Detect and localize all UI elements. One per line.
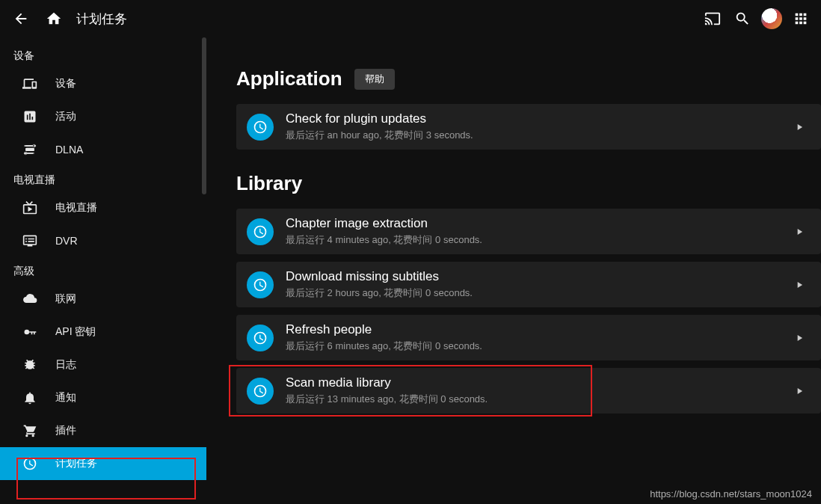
task-subtitle: 最后运行 4 minutes ago, 花费时间 0 seconds. [286, 233, 788, 247]
sidebar-item-label: 活动 [55, 110, 76, 123]
back-button[interactable] [6, 4, 36, 34]
sidebar-item-label: DLNA [55, 144, 83, 156]
apps-button[interactable] [790, 7, 812, 30]
sidebar-item-key[interactable]: API 密钥 [0, 316, 206, 348]
arrow-back-icon [13, 10, 29, 27]
sidebar-item-label: API 密钥 [55, 325, 96, 339]
section-heading: Application [236, 67, 342, 90]
task-item[interactable]: Scan media library最后运行 13 minutes ago, 花… [236, 368, 821, 414]
task-item[interactable]: Check for plugin updates最后运行 an hour ago… [236, 104, 821, 150]
sidebar-section-title: 电视直播 [0, 166, 206, 191]
search-button[interactable] [731, 7, 754, 30]
task-subtitle: 最后运行 an hour ago, 花费时间 3 seconds. [286, 129, 788, 142]
search-icon [734, 10, 751, 27]
run-task-button[interactable] [788, 386, 811, 396]
sidebar-item-label: 电视直播 [55, 201, 97, 215]
content: Application帮助Check for plugin updates最后运… [206, 37, 821, 504]
schedule-icon [247, 218, 274, 245]
sidebar-item-cloud[interactable]: 联网 [0, 283, 206, 316]
section-heading: Library [236, 172, 302, 195]
task-title: Download missing subtitles [286, 269, 788, 284]
schedule-icon [21, 455, 39, 473]
task-title: Refresh people [286, 322, 788, 337]
devices-icon [21, 75, 39, 93]
play-icon [794, 122, 805, 132]
task-item[interactable]: Refresh people最后运行 6 minutes ago, 花费时间 0… [236, 315, 821, 360]
sidebar-item-label: 日志 [55, 358, 76, 372]
bug-icon [21, 356, 39, 374]
task-item[interactable]: Chapter image extraction最后运行 4 minutes a… [236, 209, 821, 254]
task-subtitle: 最后运行 2 hours ago, 花费时间 0 seconds. [286, 286, 788, 300]
page-title: 计划任务 [76, 10, 127, 28]
task-item[interactable]: Download missing subtitles最后运行 2 hours a… [236, 262, 821, 307]
run-task-button[interactable] [788, 280, 811, 290]
cast-icon [704, 10, 721, 27]
sidebar-item-label: DVR [55, 235, 78, 247]
sidebar-item-cart[interactable]: 插件 [0, 414, 206, 447]
sidebar-item-schedule[interactable]: 计划任务 [0, 447, 206, 480]
activity-icon [21, 108, 39, 126]
apps-icon [793, 10, 809, 27]
help-button[interactable]: 帮助 [354, 69, 395, 90]
home-button[interactable] [39, 4, 69, 34]
home-icon [46, 10, 62, 27]
sidebar: 设备设备活动DLNA电视直播电视直播DVR高级联网API 密钥日志通知插件计划任… [0, 37, 206, 504]
cast-button[interactable] [701, 7, 724, 30]
sidebar-item-label: 通知 [55, 391, 76, 405]
sidebar-item-activity[interactable]: 活动 [0, 100, 206, 133]
sidebar-item-label: 设备 [55, 77, 76, 90]
sidebar-item-bug[interactable]: 日志 [0, 348, 206, 381]
schedule-icon [247, 114, 274, 141]
key-icon [21, 323, 39, 341]
schedule-icon [247, 378, 274, 405]
run-task-button[interactable] [788, 333, 811, 343]
sidebar-item-dlna[interactable]: DLNA [0, 133, 206, 166]
schedule-icon [247, 271, 274, 298]
livetv-icon [21, 199, 39, 217]
task-title: Scan media library [286, 375, 788, 390]
sidebar-item-label: 计划任务 [55, 457, 97, 470]
dlna-icon [21, 141, 39, 159]
sidebar-item-livetv[interactable]: 电视直播 [0, 191, 206, 224]
play-icon [794, 227, 805, 237]
user-avatar[interactable] [761, 8, 782, 29]
task-subtitle: 最后运行 13 minutes ago, 花费时间 0 seconds. [286, 393, 788, 406]
play-icon [794, 280, 805, 290]
run-task-button[interactable] [788, 122, 811, 132]
task-title: Chapter image extraction [286, 216, 788, 231]
sidebar-item-label: 联网 [55, 292, 76, 306]
sidebar-item-label: 插件 [55, 424, 76, 437]
sidebar-section-title: 高级 [0, 257, 206, 283]
cloud-icon [21, 290, 39, 308]
task-subtitle: 最后运行 6 minutes ago, 花费时间 0 seconds. [286, 339, 788, 353]
task-title: Check for plugin updates [286, 111, 788, 126]
schedule-icon [247, 325, 274, 351]
play-icon [794, 333, 805, 343]
sidebar-item-dvr[interactable]: DVR [0, 224, 206, 257]
run-task-button[interactable] [788, 227, 811, 237]
watermark: https://blog.csdn.net/stars_moon1024 [650, 488, 812, 500]
header: 计划任务 [0, 0, 821, 37]
play-icon [794, 386, 805, 396]
bell-icon [21, 389, 39, 407]
sidebar-item-bell[interactable]: 通知 [0, 381, 206, 414]
sidebar-section-title: 设备 [0, 42, 206, 67]
cart-icon [21, 422, 39, 440]
dvr-icon [21, 232, 39, 250]
sidebar-item-devices[interactable]: 设备 [0, 67, 206, 100]
